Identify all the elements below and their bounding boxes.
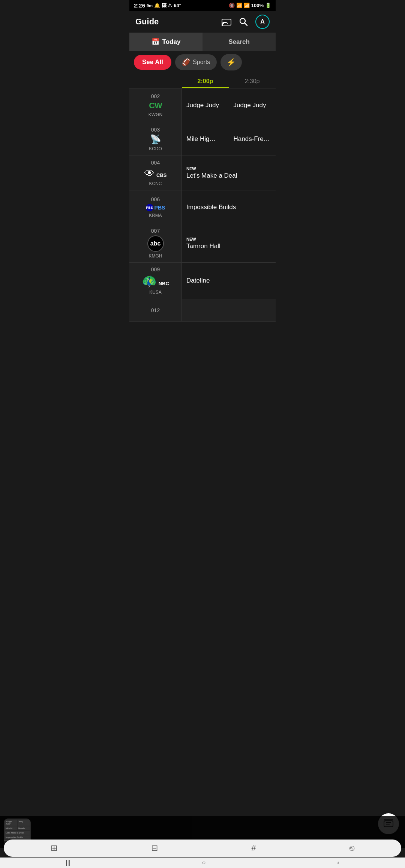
battery-icon: 🔋	[265, 3, 271, 8]
new-badge: NEW	[186, 166, 271, 171]
see-all-button[interactable]: See All	[134, 55, 171, 70]
tab-bar: 📅 Today Search	[129, 33, 276, 51]
status-time: 2:26	[134, 2, 145, 9]
cw-logo: CW	[149, 101, 162, 111]
channel-num-006: 006	[151, 196, 160, 202]
tab-search-label: Search	[228, 38, 250, 46]
program-cells-009: Dateline	[182, 263, 276, 299]
temperature: 64°	[174, 3, 181, 8]
sports-filter-chip[interactable]: 🏈 Sports	[175, 54, 217, 70]
program-002-2[interactable]: Judge Judy	[229, 88, 276, 122]
program-006-1[interactable]: Impossible Builds	[182, 190, 276, 224]
program-cells-003: Mile Hig… Hands-Fre…	[182, 122, 276, 156]
channel-row-007: 007 abc KMGH NEW Tamron Hall	[129, 224, 276, 263]
program-003-1[interactable]: Mile Hig…	[182, 122, 229, 156]
channel-callsign-007: KMGH	[149, 253, 162, 259]
channel-num-012: 012	[151, 307, 160, 313]
status-left: 2:26 9m 🔔 🖼 ⚠ 64°	[134, 2, 181, 9]
top-bar: Guide A	[129, 11, 276, 33]
notification-icons: 🔔 🖼 ⚠	[154, 3, 172, 8]
lightning-filter-chip[interactable]: ⚡	[220, 54, 242, 70]
tab-today-label: Today	[162, 38, 181, 46]
program-title: Hands-Fre…	[234, 135, 272, 143]
channel-row-003: 003 📡 KCDO Mile Hig… Hands-Fre…	[129, 122, 276, 156]
program-cells-006: Impossible Builds	[182, 190, 276, 224]
pbs-logo: PBS PBS	[146, 204, 165, 211]
sports-label: Sports	[193, 59, 210, 66]
search-button[interactable]	[239, 17, 248, 26]
time-slot-2pm: 2:00p	[182, 75, 229, 88]
program-009-1[interactable]: Dateline	[182, 263, 276, 299]
channel-col-007[interactable]: 007 abc KMGH	[129, 224, 182, 262]
battery-level: 100%	[251, 3, 264, 8]
program-cells-012	[182, 299, 276, 321]
program-004-1[interactable]: NEW Let's Make a Deal	[182, 156, 276, 190]
channel-callsign-003: KCDO	[149, 146, 162, 151]
program-title: Dateline	[186, 277, 271, 284]
program-003-2[interactable]: Hands-Fre…	[229, 122, 276, 156]
channel-callsign-002: KWGN	[148, 112, 162, 117]
calendar-icon: 📅	[152, 38, 159, 46]
program-002-1[interactable]: Judge Judy	[182, 88, 229, 122]
channel-row-004: 004 👁 CBS KCNC NEW Let's Make a Deal	[129, 156, 276, 190]
channel-col-009[interactable]: 009 🦚 NBC KUSA	[129, 263, 182, 299]
channel-col-004[interactable]: 004 👁 CBS KCNC	[129, 156, 182, 190]
header-actions: A	[222, 15, 270, 29]
channel-row-012: 012	[129, 299, 276, 322]
time-header: 2:00p 2:30p	[129, 75, 276, 88]
tower-logo: 📡	[150, 134, 161, 145]
channel-col-006[interactable]: 006 PBS PBS KRMA	[129, 190, 182, 224]
program-012-1[interactable]	[182, 299, 229, 321]
time-slot-230pm: 2:30p	[229, 75, 276, 88]
cast-button[interactable]	[222, 18, 231, 26]
channel-callsign-006: KRMA	[149, 213, 162, 218]
user-avatar-button[interactable]: A	[255, 15, 270, 29]
channel-num-007: 007	[151, 228, 160, 234]
guide-grid: 002 CW KWGN Judge Judy Judge Judy 003	[129, 88, 276, 322]
channel-callsign-004: KCNC	[149, 181, 162, 186]
program-cells-004: NEW Let's Make a Deal	[182, 156, 276, 190]
lightning-icon: ⚡	[226, 58, 236, 66]
signal-icon: 📶	[244, 3, 250, 8]
channel-row-009: 009 🦚 NBC KUSA Dateline	[129, 263, 276, 299]
program-cells-002: Judge Judy Judge Judy	[182, 88, 276, 122]
channel-col-002[interactable]: 002 CW KWGN	[129, 88, 182, 122]
cbs-logo: 👁 CBS	[144, 167, 167, 180]
channel-num-002: 002	[151, 93, 160, 99]
program-title: Let's Make a Deal	[186, 172, 271, 180]
channel-num-003: 003	[151, 127, 160, 133]
new-badge: NEW	[186, 237, 271, 241]
channel-num-004: 004	[151, 160, 160, 166]
program-title: Judge Judy	[186, 102, 224, 109]
channel-num-009: 009	[151, 266, 160, 272]
program-title: Judge Judy	[234, 102, 272, 109]
program-012-2[interactable]	[229, 299, 276, 321]
page-title: Guide	[135, 17, 159, 27]
abc-logo: abc	[147, 235, 164, 252]
program-title: Impossible Builds	[186, 204, 271, 211]
channel-row-002: 002 CW KWGN Judge Judy Judge Judy	[129, 88, 276, 122]
channel-col-003[interactable]: 003 📡 KCDO	[129, 122, 182, 156]
tab-search[interactable]: Search	[202, 33, 276, 51]
wifi-icon: 📶	[236, 3, 242, 8]
program-007-1[interactable]: NEW Tamron Hall	[182, 224, 276, 262]
status-bar: 2:26 9m 🔔 🖼 ⚠ 64° 🔇 📶 📶 100% 🔋	[129, 0, 276, 11]
status-right: 🔇 📶 📶 100% 🔋	[229, 3, 271, 8]
svg-line-3	[244, 23, 247, 25]
nbc-logo: 🦚 NBC	[142, 274, 169, 288]
network-indicator: 9m	[147, 3, 153, 8]
program-title: Tamron Hall	[186, 242, 271, 250]
program-cells-007: NEW Tamron Hall	[182, 224, 276, 262]
channel-col-012[interactable]: 012	[129, 299, 182, 321]
cbs-eye-icon: 👁	[144, 168, 155, 179]
channel-row-006: 006 PBS PBS KRMA Impossible Builds	[129, 190, 276, 224]
volume-icon: 🔇	[229, 3, 235, 8]
football-icon: 🏈	[182, 58, 190, 66]
tab-today[interactable]: 📅 Today	[129, 33, 202, 51]
channel-callsign-009: KUSA	[149, 290, 162, 295]
program-title: Mile Hig…	[186, 135, 224, 143]
filter-row: See All 🏈 Sports ⚡	[129, 54, 276, 75]
